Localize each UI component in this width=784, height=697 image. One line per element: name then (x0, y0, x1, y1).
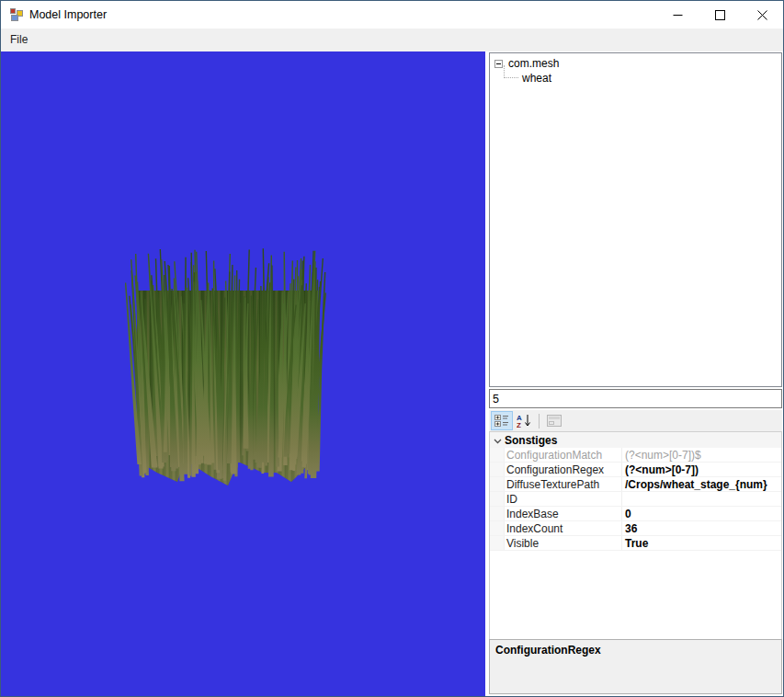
row-gutter (490, 463, 505, 476)
property-grid: A Z (489, 410, 782, 694)
close-icon (757, 10, 767, 20)
help-property-name: ConfigurationRegex (495, 644, 776, 657)
maximize-button[interactable] (699, 1, 741, 29)
minimize-button[interactable] (656, 1, 699, 29)
maximize-icon (715, 10, 725, 20)
mesh-tree[interactable]: com.mesh wheat (489, 52, 782, 387)
index-input[interactable] (489, 389, 782, 408)
tree-node-wheat[interactable]: wheat (500, 71, 781, 86)
property-pages-button (543, 411, 565, 430)
tree-connector (504, 65, 518, 78)
row-gutter (490, 492, 505, 506)
property-row[interactable]: IndexCount 36 (490, 521, 781, 536)
category-label: Sonstiges (505, 434, 557, 447)
row-gutter (490, 507, 505, 520)
property-value[interactable]: (?<num>[0-7])$ (622, 449, 781, 462)
property-row[interactable]: ConfigurationRegex (?<num>[0-7]) (490, 463, 781, 477)
window-controls (656, 1, 783, 29)
window-title: Model Importer (29, 8, 107, 21)
row-gutter (490, 448, 505, 462)
alphabetical-icon: A Z (517, 414, 532, 428)
property-row[interactable]: IndexBase 0 (490, 507, 781, 521)
tree-node-label[interactable]: wheat (520, 72, 553, 85)
property-row[interactable]: ConfigurationMatch (?<num>[0-7])$ (490, 448, 781, 463)
categorized-icon (494, 414, 509, 428)
chevron-down-icon[interactable] (490, 434, 505, 447)
3d-viewport[interactable] (1, 51, 485, 696)
row-gutter (490, 477, 505, 491)
property-value[interactable]: /Crops/wheat_stage_{num} (622, 478, 781, 491)
property-name: IndexBase (505, 507, 622, 520)
categorized-button[interactable] (491, 411, 513, 430)
property-name: ID (505, 492, 622, 506)
category-row[interactable]: Sonstiges (490, 432, 781, 448)
menu-bar: File (1, 29, 783, 51)
property-name: IndexCount (505, 521, 622, 535)
close-button[interactable] (741, 1, 783, 29)
property-value[interactable]: 36 (622, 522, 781, 535)
property-name: ConfigurationRegex (505, 463, 622, 476)
alphabetical-button[interactable]: A Z (513, 411, 535, 430)
tree-node-root[interactable]: com.mesh (493, 56, 781, 71)
minimize-icon (673, 10, 683, 20)
property-name: ConfigurationMatch (505, 448, 622, 462)
row-gutter (490, 536, 505, 550)
title-bar: Model Importer (1, 1, 783, 29)
app-icon (9, 7, 24, 22)
property-value[interactable]: True (622, 537, 781, 550)
menu-item-file[interactable]: File (1, 29, 37, 51)
property-help-pane: ConfigurationRegex (489, 639, 782, 694)
property-value[interactable]: (?<num>[0-7]) (622, 463, 781, 476)
property-row[interactable]: ID (490, 492, 781, 507)
property-row[interactable]: Visible True (490, 536, 781, 551)
toolbar-separator (539, 414, 540, 428)
property-pages-icon (547, 415, 562, 427)
svg-text:Z: Z (517, 421, 521, 428)
property-name: DiffuseTexturePath (505, 477, 622, 491)
property-name: Visible (505, 536, 622, 550)
wheat-model-render (125, 235, 346, 502)
property-grid-rows: Sonstiges ConfigurationMatch (?<num>[0-7… (489, 431, 782, 639)
property-grid-toolbar: A Z (489, 410, 782, 431)
app-window: Model Importer File co (0, 0, 784, 697)
property-value[interactable]: 0 (622, 508, 781, 520)
property-row[interactable]: DiffuseTexturePath /Crops/wheat_stage_{n… (490, 477, 781, 492)
row-gutter (490, 521, 505, 535)
collapse-icon[interactable] (494, 60, 503, 68)
right-pane: com.mesh wheat (485, 51, 783, 696)
